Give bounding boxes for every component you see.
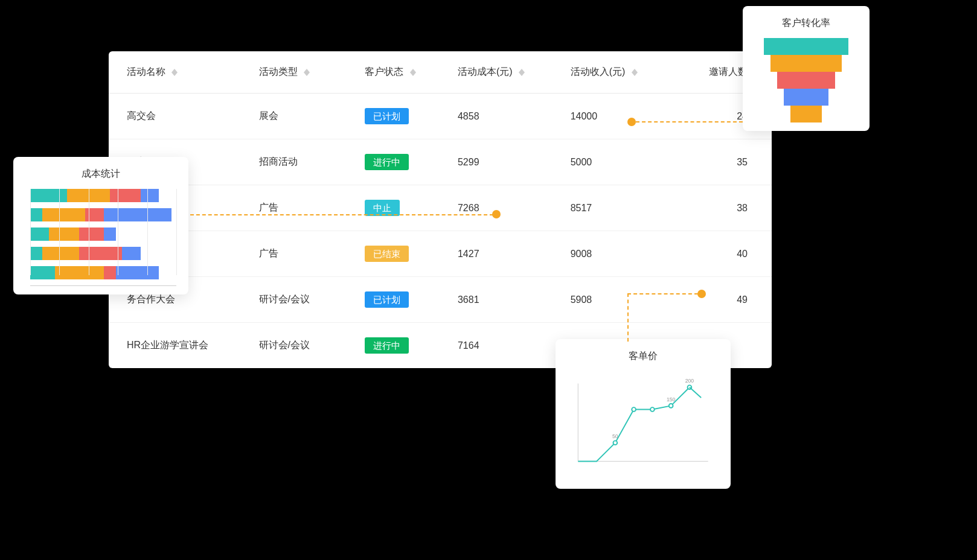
cell-revenue: 14000 [560,94,673,139]
sort-icon[interactable] [304,69,310,76]
sort-icon[interactable] [410,69,416,76]
header-revenue[interactable]: 活动收入(元) [560,51,673,94]
cell-name: HR企业游学宣讲会 [109,323,248,369]
header-status[interactable]: 客户状态 [354,51,447,94]
cell-status: 已计划 [354,277,447,323]
cell-invited: 40 [672,231,772,277]
svg-point-6 [669,404,673,408]
cell-status: 进行中 [354,139,447,185]
cell-revenue: 8517 [560,185,673,231]
table-row[interactable]: 务合作大会研讨会/会议已计划3681590849 [109,277,772,323]
funnel-stage [764,38,848,55]
cell-status: 已计划 [354,94,447,139]
cell-invited: 35 [672,139,772,185]
status-badge: 已计划 [365,291,409,308]
funnel-stage [770,55,842,72]
status-badge: 进行中 [365,337,409,354]
table-row[interactable]: 广告中止7268851738 [109,185,772,231]
cell-revenue: 5000 [560,139,673,185]
funnel-stage [790,106,822,122]
activity-table: 活动名称 活动类型 客户状态 [109,51,772,368]
status-badge: 已计划 [365,108,409,124]
status-badge: 进行中 [365,154,409,170]
cell-type: 展会 [248,94,354,139]
status-badge: 已结束 [365,246,409,262]
header-type[interactable]: 活动类型 [248,51,354,94]
funnel-stage [777,72,835,89]
header-revenue-label: 活动收入(元) [571,66,626,77]
unit-price-line-chart: 50150200 [568,371,719,474]
table-row[interactable]: 告推广广告已结束1427900840 [109,231,772,277]
status-badge: 中止 [365,200,400,216]
table-row[interactable]: 招商活动招商活动进行中5299500035 [109,139,772,185]
cell-cost: 7268 [447,185,560,231]
cell-name: 高交会 [109,94,248,139]
table-row[interactable]: 高交会展会已计划48581400024 [109,94,772,139]
header-name-label: 活动名称 [127,66,165,77]
cell-invited: 38 [672,185,772,231]
cell-status: 中止 [354,185,447,231]
cell-invited: 49 [672,277,772,323]
svg-text:150: 150 [667,396,676,402]
header-cost[interactable]: 活动成本(元) [447,51,560,94]
cell-cost: 3681 [447,277,560,323]
header-type-label: 活动类型 [259,66,298,77]
funnel-stage [784,89,828,106]
cell-cost: 1427 [447,231,560,277]
svg-text:200: 200 [685,378,694,384]
funnel-title: 客户转化率 [755,17,857,30]
header-invited-label: 邀请人数 [709,66,748,77]
header-status-label: 客户状态 [365,66,403,77]
activity-table-card: 活动名称 活动类型 客户状态 [109,51,772,368]
sort-icon[interactable] [519,69,525,76]
cost-stat-card: 成本统计 [13,157,188,294]
cell-type: 招商活动 [248,139,354,185]
svg-text:50: 50 [612,433,618,439]
header-name[interactable]: 活动名称 [109,51,248,94]
sort-icon[interactable] [632,69,638,76]
cell-status: 已结束 [354,231,447,277]
cell-type: 研讨会/会议 [248,277,354,323]
svg-point-5 [650,407,655,412]
svg-point-4 [632,407,636,412]
unit-price-title: 客单价 [568,350,719,363]
cell-type: 广告 [248,231,354,277]
funnel-chart [755,38,857,122]
cell-revenue: 5908 [560,277,673,323]
cost-stacked-bar-chart [25,189,176,286]
cell-type: 广告 [248,185,354,231]
svg-point-2 [613,441,617,445]
unit-price-card: 客单价 50150200 [556,339,731,489]
cell-cost: 5299 [447,139,560,185]
header-cost-label: 活动成本(元) [458,66,513,77]
cell-revenue: 9008 [560,231,673,277]
cell-status: 进行中 [354,323,447,369]
cell-type: 研讨会/会议 [248,323,354,369]
cost-stat-title: 成本统计 [25,168,176,180]
svg-line-10 [690,387,701,398]
cell-cost: 7164 [447,323,560,369]
funnel-card: 客户转化率 [743,6,870,131]
sort-icon[interactable] [171,69,178,76]
cell-cost: 4858 [447,94,560,139]
